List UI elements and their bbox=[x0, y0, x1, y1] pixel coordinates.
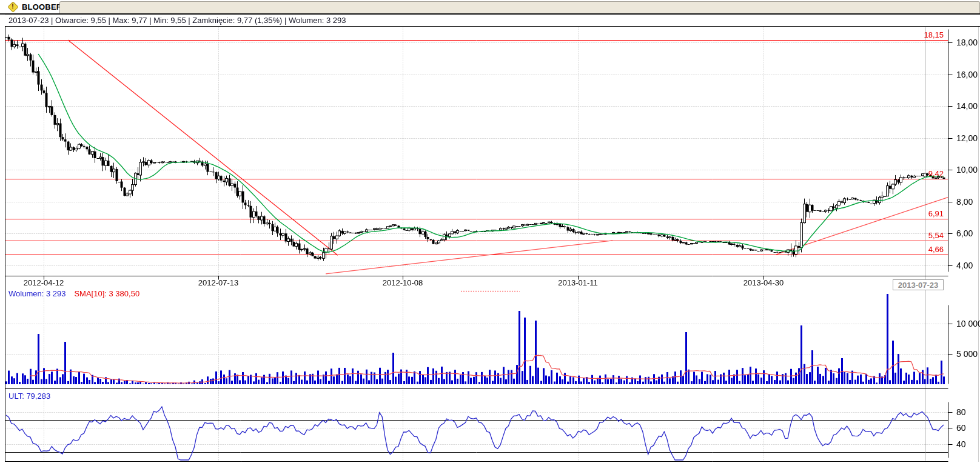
quote-info-text: 2013-07-23 | Otwarcie: 9,55 | Max: 9,77 … bbox=[8, 16, 346, 25]
right-scroll-strip[interactable] bbox=[978, 27, 979, 462]
volume-tick-label: 5 000 bbox=[956, 349, 978, 359]
date-tick-label: 2012-04-12 bbox=[16, 278, 71, 287]
chart-left-border bbox=[5, 27, 5, 462]
level-price-label: 9,42 bbox=[928, 169, 944, 178]
chart-window: ! BLOOBER 2013-07-23 | Otwarcie: 9,55 | … bbox=[0, 0, 980, 463]
warning-icon: ! bbox=[8, 2, 17, 11]
quote-info-bar: 2013-07-23 | Otwarcie: 9,55 | Max: 9,77 … bbox=[5, 14, 980, 27]
empty-tab-strip[interactable] bbox=[59, 1, 980, 13]
volume-tick-label: 10 000 bbox=[956, 319, 980, 328]
level-price-label: 5,54 bbox=[928, 231, 944, 240]
volume-sma-label: SMA[10]: 3 380,50 bbox=[74, 289, 139, 298]
price-tick-label: 18,00 bbox=[956, 38, 978, 47]
date-tick-label: 2012-10-08 bbox=[375, 278, 430, 287]
price-tick-label: 12,00 bbox=[956, 133, 978, 143]
chart-canvas[interactable] bbox=[0, 0, 980, 463]
volume-panel-header: Wolumen: 3 293SMA[10]: 3 380,50 bbox=[8, 289, 139, 298]
price-tick-label: 14,00 bbox=[956, 101, 978, 111]
tab-bar: ! BLOOBER bbox=[0, 0, 980, 13]
ult-panel-header: ULT: 79,283 bbox=[8, 391, 50, 401]
ult-tick-label: 80 bbox=[956, 407, 966, 417]
date-tick-label: 2013-04-30 bbox=[736, 278, 791, 287]
level-price-label: 6,91 bbox=[928, 209, 944, 218]
tab-bloober[interactable]: ! BLOOBER bbox=[0, 0, 62, 13]
price-tick-label: 6,00 bbox=[956, 228, 973, 238]
tab-title: BLOOBER bbox=[22, 2, 62, 12]
date-tick-label: 2013-01-11 bbox=[551, 278, 605, 287]
level-price-label: 4,66 bbox=[928, 245, 944, 254]
volume-value-label: Wolumen: 3 293 bbox=[8, 289, 65, 298]
price-tick-label: 10,00 bbox=[956, 165, 978, 175]
price-tick-label: 8,00 bbox=[956, 197, 973, 207]
crosshair-date-box: 2013-07-23 bbox=[893, 279, 944, 290]
ult-value-label: ULT: 79,283 bbox=[8, 391, 50, 401]
price-tick-label: 16,00 bbox=[956, 70, 978, 79]
ult-tick-label: 40 bbox=[956, 439, 966, 449]
ult-tick-label: 60 bbox=[956, 423, 966, 433]
level-price-label: 18,15 bbox=[924, 30, 944, 39]
date-tick-label: 2012-07-13 bbox=[191, 278, 246, 287]
price-tick-label: 4,00 bbox=[956, 261, 973, 270]
